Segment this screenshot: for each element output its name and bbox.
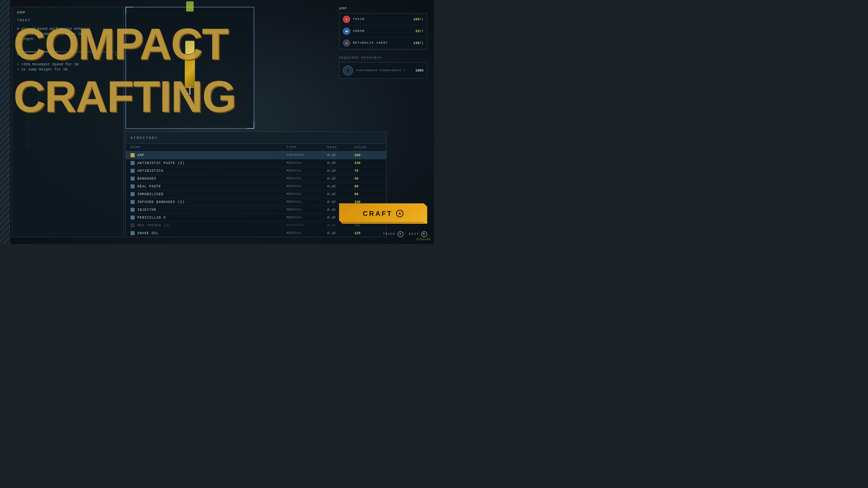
research-percentage: 100%	[415, 69, 423, 73]
progress-bar-track	[17, 51, 119, 53]
ingredient-row: ☣ TOXIN 165/1	[339, 14, 427, 25]
ingredient-name: TOXIN	[353, 18, 411, 21]
syringe-icon	[176, 41, 203, 95]
research-icon: ⚗	[343, 65, 353, 76]
cell-type: MEDICAL	[287, 169, 327, 172]
craft-button[interactable]: CRAFT A	[339, 203, 427, 224]
row-icon	[131, 216, 135, 220]
cell-name: SNAKE OIL	[131, 231, 287, 235]
cell-name: RED TRENCH (2)	[131, 223, 287, 227]
left-panel: AMP TMENT A steroid-based performance en…	[12, 7, 124, 237]
syringe-needle	[189, 86, 191, 95]
ingredient-have: 139	[413, 41, 419, 45]
cell-type: MEDICAL	[287, 185, 327, 188]
craft-button-label: CRAFT	[363, 210, 393, 218]
effect-item-0: +35% Movement Speed for 2m	[17, 62, 119, 67]
row-icon	[131, 208, 135, 212]
cell-name: ANTIBIOTIC PASTE (2)	[131, 161, 287, 165]
cell-name: BANDAGES	[131, 177, 287, 181]
exit-label: EXIT	[409, 232, 419, 236]
row-icon	[131, 177, 135, 181]
cell-type: MEDICAL	[287, 192, 327, 196]
craft-button-key: A	[396, 210, 403, 217]
cell-type: MEDICAL	[287, 231, 327, 235]
research-panel: ⚗ PERFORMANCE ENHANCEMENT 1 100%	[339, 62, 427, 79]
track-key: X	[397, 231, 403, 237]
cell-name: INJECTOR	[131, 208, 287, 212]
craft-button-underline	[342, 222, 424, 223]
ingredient-need: 1	[421, 18, 423, 21]
item-icon-container	[126, 7, 254, 128]
item-description: A steroid-based performance enhancer des…	[12, 24, 107, 44]
row-icon	[131, 161, 135, 165]
left-panel-title: AMP	[12, 7, 123, 17]
col-header-type: TYPE	[287, 146, 327, 149]
syringe-liquid	[186, 1, 194, 12]
ingredient-row: ⚙ METABOLIC AGENT 139/1	[339, 37, 427, 49]
row-icon	[131, 200, 135, 204]
track-label: TRACK	[383, 232, 395, 236]
cell-type: MEDICAL	[287, 216, 327, 219]
left-stripes-decoration	[0, 0, 10, 244]
ingredient-count: 139/1	[413, 41, 423, 45]
right-panel-title: AMP	[339, 7, 427, 13]
row-icon	[131, 231, 135, 235]
cell-type: ENHANCER	[287, 224, 327, 227]
cell-type: MEDICAL	[287, 161, 327, 165]
ingredient-list: ☣ TOXIN 165/1 AR ARGON 33/2 ⚙ METABOLIC …	[339, 13, 427, 49]
row-icon	[131, 192, 135, 196]
item-name-display: TMENT	[12, 17, 123, 24]
ingredient-count: 33/2	[415, 29, 423, 33]
item-stats-row: VA	[12, 44, 123, 50]
directory-title: DIRECTORY	[131, 136, 158, 140]
row-icon	[131, 184, 135, 188]
required-research-title: REQUIRED RESEARCH	[339, 56, 427, 62]
cell-name: IMMOBILIZER	[131, 192, 287, 196]
research-name: PERFORMANCE ENHANCEMENT 1	[356, 68, 412, 72]
row-icon	[131, 169, 135, 173]
cell-name: PENICILLIN X	[131, 216, 287, 220]
effect-item-1: 2x Jump Height for 2m	[17, 67, 119, 72]
exit-key: B	[421, 231, 427, 237]
progress-labels: 0 10	[17, 53, 119, 57]
progress-min: 0	[17, 53, 19, 57]
cell-name: INFUSED BANDAGES (2)	[131, 200, 287, 204]
ingredient-have: 165	[413, 18, 419, 21]
ingredient-badge: AR	[343, 27, 350, 35]
col-header-name: NAME	[131, 146, 287, 149]
preview-frame	[125, 7, 254, 129]
row-icon	[131, 223, 135, 227]
required-research-section: REQUIRED RESEARCH ⚗ PERFORMANCE ENHANCEM…	[339, 56, 427, 79]
progress-bar-fill	[17, 52, 58, 52]
right-panel: AMP ☣ TOXIN 165/1 AR ARGON 33/2 ⚙ METABO…	[339, 7, 427, 237]
cell-name: AMP	[131, 153, 287, 157]
ingredient-row: AR ARGON 33/2	[339, 25, 427, 37]
val-label: VA	[17, 46, 21, 49]
progress-max: 10	[115, 53, 119, 57]
cell-type: ENHANCER	[287, 154, 327, 157]
track-control[interactable]: TRACK X	[383, 231, 403, 237]
ingredient-need: 2	[421, 29, 423, 33]
exit-control[interactable]: EXIT B	[409, 231, 427, 237]
syringe-body	[185, 54, 195, 88]
ingredient-have: 33	[415, 29, 419, 33]
cell-type: MEDICAL	[287, 177, 327, 180]
cell-type: MEDICAL	[287, 200, 327, 204]
ingredient-need: 1	[421, 41, 423, 45]
ingredient-name: METABOLIC AGENT	[353, 41, 411, 45]
ingredient-count: 165/1	[413, 18, 423, 21]
cell-type: MEDICAL	[287, 208, 327, 211]
item-effects: +35% Movement Speed for 2m 2x Jump Heigh…	[12, 59, 123, 75]
research-info: PERFORMANCE ENHANCEMENT 1	[356, 68, 412, 72]
syringe-top	[185, 41, 195, 54]
bottom-controls: TRACK X EXIT B	[383, 231, 427, 237]
cell-name: HEAL PASTE	[131, 184, 287, 188]
watermark: SUNGAME	[416, 238, 431, 241]
row-icon	[131, 153, 135, 157]
ingredient-badge: ⚙	[343, 39, 350, 47]
cell-name: ANTIBIOTICS	[131, 169, 287, 173]
ingredient-name: ARGON	[353, 29, 413, 33]
progress-bar-container: 0 10	[12, 50, 123, 59]
ingredient-badge: ☣	[343, 16, 350, 23]
